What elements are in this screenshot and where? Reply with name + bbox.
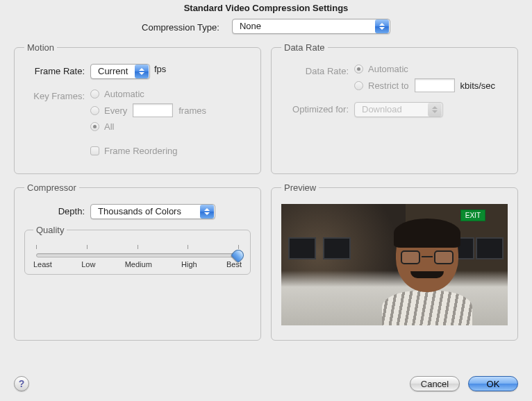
keyframes-all-label: All — [104, 121, 114, 132]
ok-button[interactable]: OK — [468, 376, 518, 391]
frame-reordering-checkbox[interactable] — [90, 146, 99, 155]
cancel-button[interactable]: Cancel — [410, 376, 460, 391]
keyframes-auto-radio[interactable] — [90, 89, 99, 99]
compression-type-label: Compression Type: — [142, 20, 225, 33]
motion-legend: Motion — [24, 42, 57, 53]
depth-select[interactable]: Thousands of Colors — [90, 204, 215, 219]
key-frames-label: Key Frames: — [24, 89, 90, 101]
quality-slider[interactable] — [36, 253, 239, 257]
data-rate-restrict-radio[interactable] — [354, 81, 363, 90]
slider-label-high: High — [181, 260, 197, 268]
slider-label-low: Low — [81, 260, 95, 268]
quality-slider-thumb[interactable] — [233, 250, 244, 262]
compressor-legend: Compressor — [24, 182, 79, 193]
frame-rate-label: Frame Rate: — [24, 64, 90, 76]
depth-value: Thousands of Colors — [91, 205, 187, 219]
chevron-updown-icon — [375, 19, 389, 33]
chevron-updown-icon — [428, 103, 442, 117]
preview-legend: Preview — [281, 182, 319, 193]
compression-type-select[interactable]: None — [232, 19, 390, 34]
chevron-updown-icon — [135, 65, 149, 78]
data-rate-auto-label: Automatic — [368, 64, 408, 74]
optimized-for-select[interactable]: Download — [354, 102, 443, 117]
keyframes-every-radio[interactable] — [90, 106, 99, 115]
depth-label: Depth: — [24, 204, 90, 216]
slider-label-medium: Medium — [125, 260, 152, 268]
help-button[interactable]: ? — [14, 376, 29, 391]
keyframes-every-label: Every — [104, 105, 127, 116]
data-rate-restrict-unit: kbits/sec — [460, 80, 496, 91]
keyframes-every-unit: frames — [178, 105, 206, 116]
data-rate-auto-radio[interactable] — [354, 65, 363, 74]
fps-unit: fps — [154, 64, 166, 74]
data-rate-legend: Data Rate — [281, 42, 328, 53]
keyframes-all-radio[interactable] — [90, 122, 99, 131]
quality-legend: Quality — [33, 225, 67, 235]
preview-image: EXIT — [281, 204, 508, 325]
optimized-for-value: Download — [355, 103, 408, 117]
data-rate-restrict-input[interactable] — [415, 78, 455, 92]
keyframes-every-input[interactable] — [133, 103, 173, 117]
keyframes-auto-label: Automatic — [104, 89, 144, 99]
window-title: Standard Video Compression Settings — [0, 0, 532, 19]
chevron-updown-icon — [200, 205, 214, 219]
data-rate-restrict-label: Restrict to — [368, 80, 409, 91]
frame-rate-select[interactable]: Current — [90, 64, 150, 79]
frame-rate-value: Current — [91, 65, 133, 78]
data-rate-label: Data Rate: — [281, 64, 354, 76]
compression-type-value: None — [233, 19, 267, 33]
optimized-for-label: Optimized for: — [281, 102, 354, 114]
slider-label-least: Least — [33, 260, 52, 268]
frame-reordering-label: Frame Reordering — [104, 146, 178, 156]
